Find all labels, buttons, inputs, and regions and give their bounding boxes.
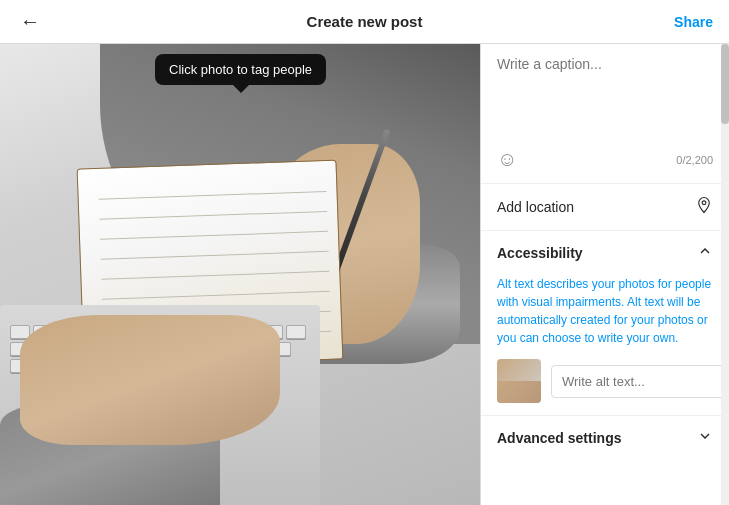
alt-text-thumbnail [497, 359, 541, 403]
main-container: Click photo to tag people [0, 44, 729, 505]
notebook-line [102, 291, 330, 300]
photo-canvas[interactable] [0, 44, 480, 505]
caption-footer: ☺ 0/2,200 [497, 148, 713, 171]
accessibility-section: Accessibility Alt text describes your ph… [481, 231, 729, 415]
advanced-settings-label: Advanced settings [497, 430, 621, 446]
emoji-icon[interactable]: ☺ [497, 148, 517, 171]
page-title: Create new post [307, 13, 423, 30]
alt-text-row [481, 359, 729, 415]
share-button[interactable]: Share [674, 14, 713, 30]
back-button[interactable]: ← [16, 6, 44, 37]
accessibility-title: Accessibility [497, 245, 583, 261]
photo-hand-left [20, 315, 280, 445]
svg-point-0 [702, 201, 706, 205]
notebook-line [101, 271, 329, 280]
notebook-line [100, 231, 328, 240]
add-location-row[interactable]: Add location [481, 184, 729, 231]
location-icon [695, 196, 713, 218]
char-count: 0/2,200 [676, 154, 713, 166]
tag-people-tooltip: Click photo to tag people [155, 54, 326, 85]
notebook-line [99, 211, 327, 220]
alt-text-input[interactable] [551, 365, 729, 398]
advanced-settings-row[interactable]: Advanced settings [481, 415, 729, 460]
notebook-line [99, 191, 327, 200]
caption-input[interactable] [497, 56, 713, 136]
back-icon: ← [20, 10, 40, 32]
header: ← Create new post Share [0, 0, 729, 44]
caption-area: ☺ 0/2,200 [481, 44, 729, 184]
image-area[interactable]: Click photo to tag people [0, 44, 480, 505]
accessibility-description: Alt text describes your photos for peopl… [481, 275, 729, 359]
alt-thumb-layer [497, 381, 541, 403]
key [286, 325, 306, 339]
accessibility-collapse-icon [697, 243, 713, 263]
location-label: Add location [497, 199, 574, 215]
notebook-line [101, 251, 329, 260]
advanced-settings-chevron-icon [697, 428, 713, 448]
sidebar: ☺ 0/2,200 Add location Accessibility [480, 44, 729, 505]
scrollbar-thumb[interactable] [721, 44, 729, 124]
accessibility-header[interactable]: Accessibility [481, 231, 729, 275]
